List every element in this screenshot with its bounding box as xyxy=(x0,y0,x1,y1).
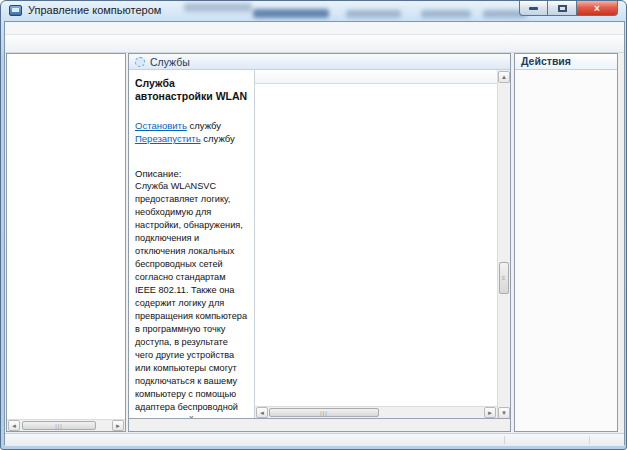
toolbar xyxy=(5,35,624,53)
titlebar: Управление компьютером × xyxy=(1,1,626,21)
console-tree-panel: ◄ ||| ► xyxy=(6,53,126,432)
list-horizontal-scrollbar[interactable]: ◄ ||| ► xyxy=(255,406,497,418)
maximize-icon xyxy=(558,5,567,12)
app-icon xyxy=(9,5,22,16)
thumb-grip: ||| xyxy=(320,410,328,416)
thumb-grip: ||| xyxy=(55,423,63,429)
thumb-grip: ≡ xyxy=(502,275,507,281)
restart-service-link[interactable]: Перезапустить xyxy=(135,133,201,144)
extended-detail-pane: Служба автонастройки WLAN Остановить слу… xyxy=(129,70,255,418)
list-header xyxy=(255,70,510,84)
services-list-pane: ▲ ≡ ▼ ◄ ||| ► xyxy=(255,70,510,418)
list-vertical-scrollbar[interactable]: ▲ ≡ ▼ xyxy=(497,70,510,418)
selected-service-title: Служба автонастройки WLAN xyxy=(135,77,248,103)
window-content: ◄ ||| ► Службы Служба автонастройки WLAN… xyxy=(4,21,625,445)
scroll-left-arrow[interactable]: ◄ xyxy=(256,407,268,418)
scroll-up-arrow[interactable]: ▲ xyxy=(498,71,510,83)
services-gear-icon xyxy=(135,57,145,67)
scroll-thumb[interactable]: ||| xyxy=(269,408,379,417)
scroll-thumb[interactable]: ≡ xyxy=(499,262,509,294)
status-separator xyxy=(589,436,590,444)
scroll-down-arrow[interactable]: ▼ xyxy=(498,407,510,418)
actions-title: Действия xyxy=(515,54,617,70)
status-bar xyxy=(5,433,624,446)
scroll-left-arrow[interactable]: ◄ xyxy=(8,420,20,431)
restart-link-suffix: службу xyxy=(201,133,235,144)
menu-bar xyxy=(5,22,624,35)
view-tabs xyxy=(129,418,510,431)
status-separator xyxy=(504,436,505,444)
maximize-button[interactable] xyxy=(548,1,576,16)
window-controls: × xyxy=(519,1,618,16)
censor-blur xyxy=(421,10,471,18)
description-label: Описание: xyxy=(135,167,248,180)
scroll-right-arrow[interactable]: ► xyxy=(112,420,124,431)
close-button[interactable]: × xyxy=(576,1,618,16)
censor-blur xyxy=(253,9,329,18)
scroll-right-arrow[interactable]: ► xyxy=(484,407,496,418)
services-view-panel: Службы Служба автонастройки WLAN Останов… xyxy=(128,53,511,432)
service-description: Служба WLANSVC предоставляет логику, нео… xyxy=(135,180,248,418)
minimize-icon xyxy=(529,7,538,10)
stop-service-link[interactable]: Остановить xyxy=(135,120,187,131)
services-list xyxy=(255,84,497,406)
view-header-label: Службы xyxy=(150,56,190,68)
main-area: ◄ ||| ► Службы Служба автонастройки WLAN… xyxy=(5,53,624,433)
censor-blur xyxy=(346,10,401,18)
censor-blur xyxy=(184,3,252,12)
tree-horizontal-scrollbar[interactable]: ◄ ||| ► xyxy=(7,419,125,431)
view-header: Службы xyxy=(129,54,510,70)
stop-link-suffix: службу xyxy=(187,120,221,131)
computer-management-window: Управление компьютером × ◄ ||| ► xyxy=(0,0,627,450)
close-icon: × xyxy=(594,3,600,14)
window-title: Управление компьютером xyxy=(28,4,161,16)
minimize-button[interactable] xyxy=(519,1,548,16)
actions-panel: Действия xyxy=(514,53,618,432)
scroll-thumb[interactable]: ||| xyxy=(22,421,96,430)
